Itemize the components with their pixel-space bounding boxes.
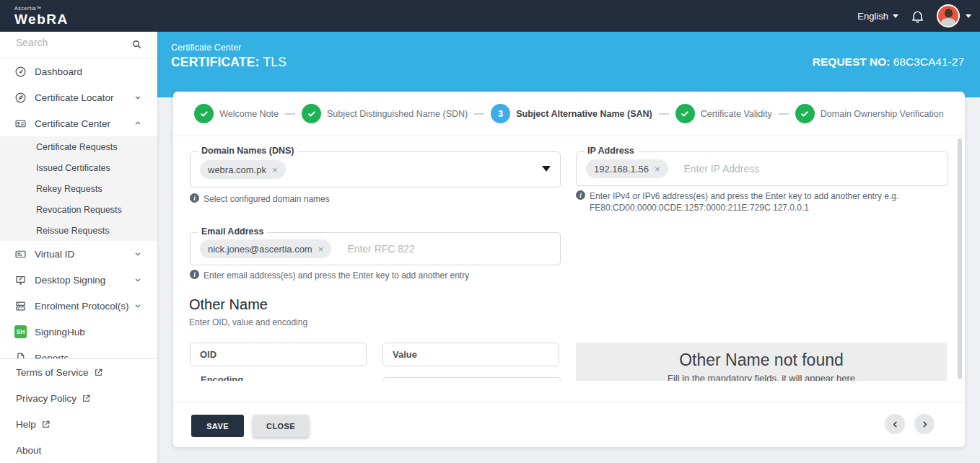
step-label: Domain Ownership Verification <box>821 109 944 119</box>
sidebar-item-label: Desktop Signing <box>35 275 105 286</box>
page-title: CERTIFICATE: TLS <box>171 55 286 70</box>
step-connector <box>285 113 295 115</box>
chevron-up-icon <box>133 118 143 128</box>
sidebar-item-reissue-requests[interactable]: Reissue Requests <box>0 220 157 241</box>
info-icon: i <box>576 190 585 200</box>
step-certificate-validity[interactable]: Certificate Validity <box>675 104 772 123</box>
about-link[interactable]: About <box>0 437 157 463</box>
external-link-icon <box>82 394 91 403</box>
sidebar-item-revocation-requests[interactable]: Revocation Requests <box>0 199 157 220</box>
sidebar-item-label: Enrolment Protocol(s) <box>35 301 129 312</box>
dns-chip: webra.com.pk × <box>200 160 286 179</box>
link-label: Terms of Service <box>16 367 89 378</box>
sidebar-item-virtual-id[interactable]: Virtual ID <box>0 241 157 267</box>
empty-state-title: Other Name not found <box>576 350 947 370</box>
page-title-label: CERTIFICATE: <box>171 55 260 69</box>
dns-field[interactable]: Domain Names (DNS) webra.com.pk × <box>190 151 561 188</box>
sidebar-item-desktop-signing[interactable]: Desktop Signing <box>0 267 157 293</box>
email-field-label: Email Address <box>198 226 267 237</box>
page-header: Certificate Center CERTIFICATE: TLS REQU… <box>157 32 980 97</box>
sidebar-item-certificate-center[interactable]: Certificate Center <box>0 110 157 136</box>
chip-remove-icon[interactable]: × <box>272 164 278 175</box>
submenu-label: Reissue Requests <box>36 226 109 236</box>
submenu-label: Certificate Requests <box>36 142 118 152</box>
email-helper: i Enter email address(es) and press the … <box>190 270 551 281</box>
chevron-down-icon <box>133 92 143 102</box>
chevron-down-icon <box>133 275 143 285</box>
bell-icon <box>910 9 925 24</box>
empty-state-subtitle: Fill in the mandatory fields, it will ap… <box>576 373 947 381</box>
step-connector <box>779 113 789 115</box>
sidebar-search[interactable] <box>0 32 157 58</box>
sidebar-item-certificate-locator[interactable]: Certificate Locator <box>0 84 157 110</box>
sidebar-item-dashboard[interactable]: Dashboard <box>0 58 157 84</box>
email-helper-text: Enter email address(es) and press the En… <box>204 270 469 281</box>
step-domain-ownership[interactable]: Domain Ownership Verification <box>795 104 944 123</box>
step-label: Welcome Note <box>219 109 279 119</box>
step-label: Subject Alternative Name (SAN) <box>516 109 652 119</box>
sidebar-item-rekey-requests[interactable]: Rekey Requests <box>0 178 157 199</box>
sidebar-item-label: Certificate Center <box>35 118 110 129</box>
value-input[interactable] <box>382 343 559 366</box>
save-button[interactable]: SAVE <box>191 415 244 437</box>
encoding-select[interactable] <box>382 377 561 381</box>
sidebar-item-label: Dashboard <box>35 66 82 77</box>
san-form: Domain Names (DNS) webra.com.pk × i Sele… <box>173 136 965 381</box>
brand-company: Ascertia™ <box>14 6 69 11</box>
chevron-left-icon <box>891 420 900 429</box>
sidebar-item-signinghub[interactable]: SH SigningHub <box>0 319 157 345</box>
oid-input[interactable] <box>190 343 367 366</box>
monitor-pen-icon <box>14 274 27 286</box>
certificate-card-icon <box>14 118 27 130</box>
ip-field-label: IP Address <box>584 146 638 156</box>
email-chip: nick.jones@ascertia.com × <box>200 239 331 258</box>
chevron-down-icon <box>893 14 898 18</box>
help-link[interactable]: Help <box>0 411 157 437</box>
dropdown-arrow-icon[interactable] <box>542 166 551 172</box>
wizard-stepper: Welcome Note Subject Distinguished Name … <box>173 92 965 136</box>
terms-of-service-link[interactable]: Terms of Service <box>0 359 157 385</box>
signinghub-badge: SH <box>14 325 27 338</box>
language-selector[interactable]: English <box>857 11 898 22</box>
scrollbar-thumb[interactable] <box>958 138 962 379</box>
sidebar-item-label: SigningHub <box>35 327 85 338</box>
sidebar-footer: Terms of Service Privacy Policy Help Abo… <box>0 358 157 463</box>
page-title-value: TLS <box>263 55 286 69</box>
step-done-check-icon <box>675 104 695 123</box>
chip-remove-icon[interactable]: × <box>655 164 660 175</box>
sidebar-item-certificate-requests[interactable]: Certificate Requests <box>0 136 157 157</box>
wizard-card: Welcome Note Subject Distinguished Name … <box>173 92 965 447</box>
next-step-button[interactable] <box>914 414 935 434</box>
step-sdn[interactable]: Subject Distinguished Name (SDN) <box>302 104 468 123</box>
chip-remove-icon[interactable]: × <box>318 244 324 255</box>
ip-chip: 192.168.1.56 × <box>586 159 668 178</box>
request-number: REQUEST NO: 68C3CA41-27 <box>813 56 964 69</box>
step-san-active[interactable]: 3 Subject Alternative Name (SAN) <box>491 104 652 123</box>
ip-field[interactable]: IP Address 192.168.1.56 × Enter IP Addre… <box>576 151 948 186</box>
user-menu[interactable] <box>937 4 971 27</box>
submenu-label: Revocation Requests <box>36 205 122 215</box>
step-welcome-note[interactable]: Welcome Note <box>194 104 279 123</box>
link-label: Privacy Policy <box>16 393 76 404</box>
email-placeholder: Enter RFC 822 <box>347 243 414 255</box>
previous-step-button[interactable] <box>885 414 905 434</box>
chevron-down-icon <box>133 301 143 311</box>
sidebar-item-enrolment-protocols[interactable]: Enrolment Protocol(s) <box>0 293 157 319</box>
compass-icon <box>14 92 27 104</box>
email-field[interactable]: Email Address nick.jones@ascertia.com × … <box>190 232 561 265</box>
search-input[interactable] <box>14 36 126 49</box>
sidebar-item-label: Certificate Locator <box>35 92 114 103</box>
info-icon: i <box>190 193 199 203</box>
external-link-icon <box>41 420 51 429</box>
stacked-sheets-icon <box>14 300 27 312</box>
breadcrumb: Certificate Center <box>171 43 241 53</box>
sidebar-item-issued-certificates[interactable]: Issued Certificates <box>0 157 157 178</box>
brand-logo: Ascertia™ WebRA <box>14 6 69 26</box>
other-name-empty-state: Other Name not found Fill in the mandato… <box>576 343 947 381</box>
close-button[interactable]: CLOSE <box>253 415 309 437</box>
privacy-policy-link[interactable]: Privacy Policy <box>0 385 157 411</box>
dns-chip-value: webra.com.pk <box>208 164 266 175</box>
search-icon[interactable] <box>131 39 142 53</box>
notifications-button[interactable] <box>910 9 925 24</box>
request-number-value: 68C3CA41-27 <box>893 56 964 68</box>
